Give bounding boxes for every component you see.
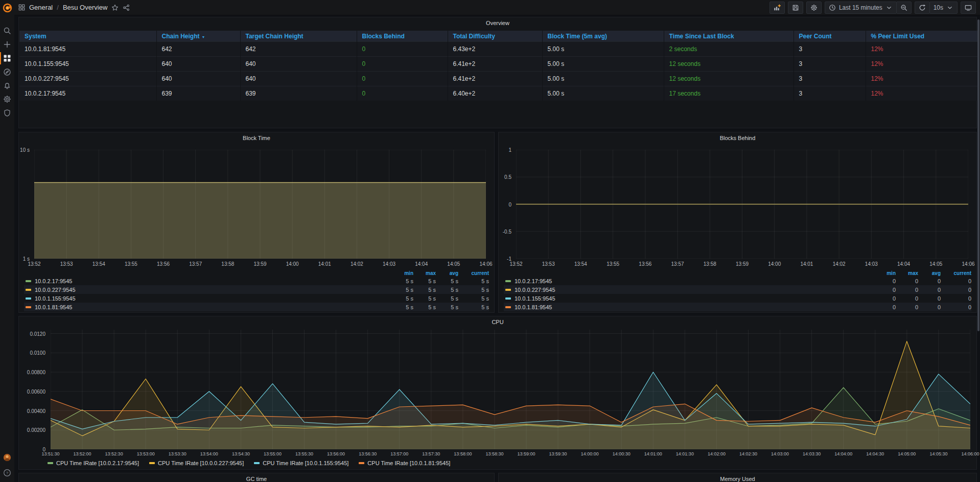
legend-series-row[interactable]: 10.0.1.81:95455 s5 s5 s5 s bbox=[24, 303, 489, 311]
refresh-interval-picker[interactable]: 10s bbox=[929, 2, 958, 14]
x-axis-tick: 13:53 bbox=[542, 261, 555, 267]
apps-grid-icon bbox=[18, 4, 25, 11]
cycle-view-mode-button[interactable] bbox=[961, 2, 976, 14]
sidebar-item-server-admin[interactable] bbox=[0, 107, 14, 119]
legend-stat-column[interactable]: min bbox=[391, 270, 413, 276]
zoom-out-time-button[interactable] bbox=[896, 2, 912, 14]
overview-table-body: 10.0.1.81:954564264206.43e+25.00 s2 seco… bbox=[19, 42, 978, 101]
legend-stat-column[interactable]: avg bbox=[918, 270, 941, 276]
x-axis-tick: 13:57 bbox=[189, 261, 202, 267]
star-icon[interactable] bbox=[111, 4, 119, 11]
sidebar-item-alerting[interactable] bbox=[0, 79, 14, 91]
add-panel-button[interactable] bbox=[769, 2, 785, 14]
gear-icon bbox=[810, 4, 818, 11]
column-header[interactable]: Peer Count bbox=[794, 31, 866, 42]
panel-title[interactable]: Memory Used bbox=[499, 476, 976, 482]
legend-stat-value: 0 bbox=[941, 278, 971, 284]
legend-series-item[interactable]: CPU Time IRate [10.0.1.81:9545] bbox=[359, 460, 450, 466]
column-header[interactable]: Chain Height▼ bbox=[156, 31, 240, 42]
refresh-button[interactable] bbox=[915, 2, 930, 14]
x-axis-tick: 13:51:30 bbox=[41, 451, 59, 456]
series-color-swatch bbox=[505, 289, 511, 291]
table-cell: 10.0.1.81:9545 bbox=[19, 42, 156, 57]
sidebar-item-configuration[interactable] bbox=[0, 93, 14, 105]
blocks-behind-plot-area[interactable] bbox=[516, 150, 968, 259]
panel-title[interactable]: Overview bbox=[19, 20, 976, 26]
legend-stat-column[interactable]: max bbox=[896, 270, 918, 276]
grafana-logo-icon[interactable] bbox=[0, 2, 14, 14]
add-panel-icon bbox=[774, 4, 781, 11]
legend-stat-column[interactable]: avg bbox=[436, 270, 458, 276]
save-icon bbox=[792, 4, 799, 11]
series-color-swatch bbox=[254, 462, 260, 464]
legend-stat-column[interactable]: current bbox=[941, 270, 971, 276]
x-axis-tick: 13:54 bbox=[574, 261, 587, 267]
panel-title[interactable]: Blocks Behind bbox=[499, 135, 976, 141]
breadcrumb-section[interactable]: General bbox=[29, 4, 53, 11]
clock-icon bbox=[829, 4, 836, 11]
series-color-swatch bbox=[505, 306, 511, 308]
column-header[interactable]: Time Since Last Block bbox=[664, 31, 794, 42]
dashboard-settings-button[interactable] bbox=[806, 2, 822, 14]
panel-title[interactable]: Block Time bbox=[19, 135, 494, 141]
legend-series-row[interactable]: 10.0.1.155:95450000 bbox=[504, 294, 971, 303]
x-axis-tick: 14:05 bbox=[447, 261, 460, 267]
legend-series-row[interactable]: 10.0.1.81:95450000 bbox=[504, 303, 971, 311]
share-icon[interactable] bbox=[123, 4, 130, 11]
x-axis-tick: 14:01 bbox=[318, 261, 331, 267]
legend-series-row[interactable]: 10.0.2.17:95455 s5 s5 s5 s bbox=[24, 277, 489, 285]
x-axis-tick: 13:56:00 bbox=[327, 451, 345, 456]
x-axis-tick: 14:04:30 bbox=[866, 451, 884, 456]
legend-stat-value: 0 bbox=[896, 295, 918, 302]
panel-title[interactable]: CPU bbox=[19, 319, 976, 325]
y-axis-tick: 0.00400 bbox=[27, 408, 45, 414]
column-header[interactable]: System bbox=[19, 31, 156, 42]
legend-stat-column[interactable]: max bbox=[413, 270, 436, 276]
x-axis-tick: 14:02:00 bbox=[708, 451, 726, 456]
x-axis-tick: 14:01:00 bbox=[644, 451, 662, 456]
sidebar-item-help[interactable]: ? bbox=[0, 467, 14, 479]
column-header[interactable]: Block Time (5m avg) bbox=[542, 31, 664, 42]
legend-series-item[interactable]: CPU Time IRate [10.0.0.227:9545] bbox=[149, 460, 244, 466]
time-range-picker[interactable]: Last 15 minutes bbox=[825, 2, 897, 14]
legend-series-item[interactable]: CPU Time IRate [10.0.1.155:9545] bbox=[254, 460, 348, 466]
column-header[interactable]: Total Difficulty bbox=[448, 31, 542, 42]
column-header[interactable]: % Peer Limit Used bbox=[866, 31, 978, 42]
block-time-y-axis: 10 s1 s bbox=[19, 150, 32, 259]
x-axis-tick: 13:58:30 bbox=[485, 451, 503, 456]
block-time-plot-area[interactable] bbox=[34, 150, 486, 259]
x-axis-tick: 14:03 bbox=[865, 261, 878, 267]
dashboards-grid-icon bbox=[3, 54, 11, 62]
legend-stat-value: 5 s bbox=[413, 295, 436, 302]
cpu-plot-area[interactable] bbox=[51, 330, 970, 449]
sidebar-item-search[interactable] bbox=[0, 25, 14, 37]
save-dashboard-button[interactable] bbox=[788, 2, 803, 14]
breadcrumb-dashboard-title[interactable]: Besu Overview bbox=[63, 4, 107, 11]
x-axis-tick: 13:59:00 bbox=[518, 451, 535, 456]
legend-series-row[interactable]: 10.0.1.155:95455 s5 s5 s5 s bbox=[24, 294, 489, 303]
legend-series-row[interactable]: 10.0.0.227:95450000 bbox=[504, 285, 971, 294]
x-axis-tick: 14:03 bbox=[383, 261, 395, 267]
column-header[interactable]: Target Chain Height bbox=[240, 31, 357, 42]
legend-stat-column[interactable]: min bbox=[873, 270, 896, 276]
x-axis-tick: 14:00:00 bbox=[581, 451, 599, 456]
legend-series-row[interactable]: 10.0.0.227:95455 s5 s5 s5 s bbox=[24, 285, 489, 294]
x-axis-tick: 14:03:00 bbox=[771, 451, 789, 456]
column-header[interactable]: Blocks Behind bbox=[357, 31, 448, 42]
table-cell: 0 bbox=[357, 42, 448, 57]
sidebar-item-create[interactable] bbox=[0, 38, 14, 51]
x-axis-tick: 14:06:00 bbox=[961, 451, 979, 456]
sidebar-item-profile[interactable] bbox=[0, 451, 14, 464]
table-cell: 640 bbox=[240, 57, 357, 72]
table-cell: 3 bbox=[794, 72, 866, 86]
panel-title[interactable]: GC time bbox=[19, 476, 494, 482]
vertical-scrollbar[interactable] bbox=[977, 19, 979, 331]
legend-series-row[interactable]: 10.0.2.17:95450000 bbox=[504, 277, 971, 285]
series-color-swatch bbox=[359, 462, 364, 464]
sidebar-item-explore[interactable] bbox=[0, 66, 14, 78]
block-time-chart bbox=[34, 150, 486, 259]
legend-stat-column[interactable]: current bbox=[458, 270, 489, 276]
legend-series-item[interactable]: CPU Time IRate [10.0.2.17:9545] bbox=[48, 460, 139, 466]
table-cell: 12 seconds bbox=[664, 57, 794, 72]
sidebar-item-dashboards[interactable] bbox=[0, 52, 14, 64]
